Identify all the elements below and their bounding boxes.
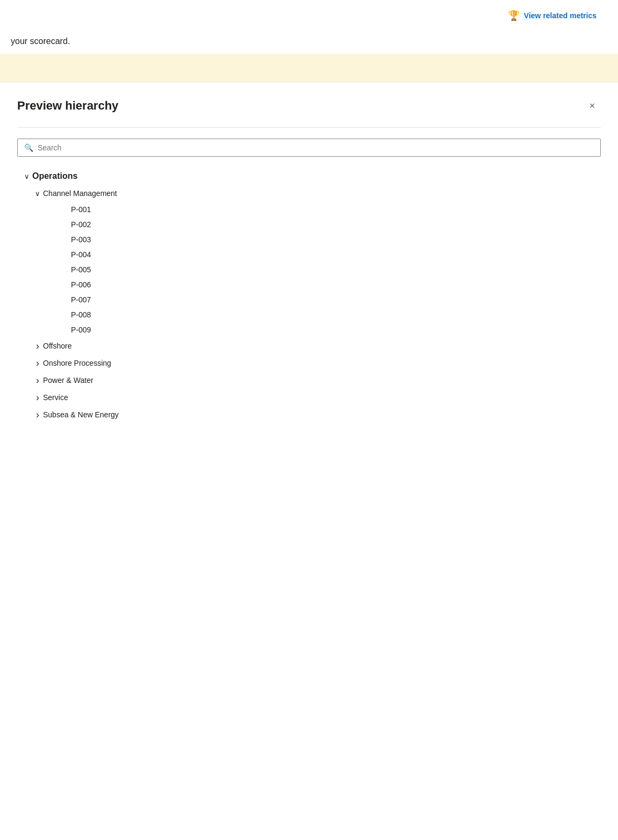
tree-row-channel-management[interactable]: Channel Management [17, 185, 601, 202]
tree-label-power-water: Power & Water [43, 376, 94, 385]
tree-row-p002[interactable]: P-002 [17, 217, 601, 232]
trophy-icon: 🏆 [508, 10, 520, 21]
tree-row-p001[interactable]: P-001 [17, 202, 601, 217]
tree-label-channel-management: Channel Management [43, 189, 117, 198]
tree-row-p004[interactable]: P-004 [17, 247, 601, 262]
search-input[interactable] [38, 143, 594, 152]
tree-row-service[interactable]: Service [17, 389, 601, 406]
view-related-metrics-button[interactable]: 🏆 View related metrics [508, 10, 597, 21]
chevron-right-icon [32, 409, 43, 420]
tree-label-p001: P-001 [71, 205, 91, 214]
tree-row-p005[interactable]: P-005 [17, 262, 601, 277]
tree-row-p007[interactable]: P-007 [17, 292, 601, 307]
tree-label-p006: P-006 [71, 280, 91, 289]
search-box[interactable]: 🔍 [17, 139, 601, 157]
tree-row-p009[interactable]: P-009 [17, 322, 601, 337]
divider [17, 127, 601, 128]
hierarchy-tree: Operations Channel Management P-001 [17, 168, 601, 423]
tree-row-power-water[interactable]: Power & Water [17, 372, 601, 389]
close-button[interactable]: × [584, 97, 601, 114]
tree-item-service: Service [17, 389, 601, 406]
close-icon: × [590, 100, 595, 112]
tree-item-p008: P-008 [17, 307, 601, 322]
tree-item-offshore: Offshore [17, 337, 601, 354]
tree-label-p007: P-007 [71, 295, 91, 304]
tree-item-p002: P-002 [17, 217, 601, 232]
tree-label-p004: P-004 [71, 250, 91, 259]
view-metrics-label: View related metrics [524, 11, 597, 20]
tree-row-p003[interactable]: P-003 [17, 232, 601, 247]
scorecard-text: your scorecard. [0, 31, 618, 54]
tree-item-subsea-new-energy: Subsea & New Energy [17, 406, 601, 423]
panel-title: Preview hierarchy [17, 99, 118, 113]
tree-label-operations: Operations [32, 171, 77, 181]
chevron-down-icon [21, 171, 32, 182]
preview-hierarchy-panel: Preview hierarchy × 🔍 Operations Channel… [0, 82, 618, 440]
tree-label-p008: P-008 [71, 310, 91, 319]
tree-item-p001: P-001 [17, 202, 601, 217]
search-icon: 🔍 [24, 143, 33, 152]
tree-item-p004: P-004 [17, 247, 601, 262]
chevron-right-icon [32, 358, 43, 368]
tree-item-onshore-processing: Onshore Processing [17, 354, 601, 372]
tree-label-p009: P-009 [71, 325, 91, 334]
yellow-banner [0, 54, 618, 82]
tree-row-p008[interactable]: P-008 [17, 307, 601, 322]
tree-row-operations[interactable]: Operations [17, 168, 601, 185]
tree-label-service: Service [43, 393, 68, 402]
tree-label-onshore-processing: Onshore Processing [43, 359, 111, 367]
chevron-right-icon [32, 375, 43, 386]
tree-item-p005: P-005 [17, 262, 601, 277]
tree-item-power-water: Power & Water [17, 372, 601, 389]
tree-item-p003: P-003 [17, 232, 601, 247]
tree-item-p007: P-007 [17, 292, 601, 307]
tree-item-p009: P-009 [17, 322, 601, 337]
chevron-down-icon [32, 188, 43, 199]
tree-item-channel-management: Channel Management P-001 P- [17, 185, 601, 337]
tree-row-offshore[interactable]: Offshore [17, 337, 601, 354]
tree-row-subsea-new-energy[interactable]: Subsea & New Energy [17, 406, 601, 423]
tree-label-subsea-new-energy: Subsea & New Energy [43, 410, 119, 419]
tree-label-p003: P-003 [71, 235, 91, 244]
tree-item-operations: Operations Channel Management P-001 [17, 168, 601, 423]
chevron-right-icon [32, 392, 43, 403]
operations-children: Channel Management P-001 P- [17, 185, 601, 423]
chevron-right-icon [32, 341, 43, 351]
tree-row-p006[interactable]: P-006 [17, 277, 601, 292]
tree-label-p005: P-005 [71, 265, 91, 274]
tree-label-p002: P-002 [71, 220, 91, 229]
channel-management-children: P-001 P-002 P-003 [17, 202, 601, 337]
tree-row-onshore-processing[interactable]: Onshore Processing [17, 354, 601, 372]
tree-item-p006: P-006 [17, 277, 601, 292]
tree-label-offshore: Offshore [43, 342, 71, 350]
